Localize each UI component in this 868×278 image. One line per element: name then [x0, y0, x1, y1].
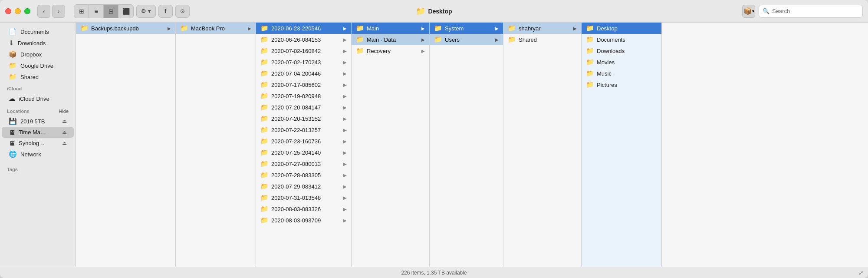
tags-section-label: Tags: [0, 163, 76, 174]
list-item[interactable]: 📁 2020-07-20-153152 ▶: [256, 113, 351, 124]
list-item[interactable]: 📁 2020-07-29-083412 ▶: [256, 181, 351, 192]
sidebar-item-dropbox[interactable]: 📦 Dropbox: [2, 49, 74, 60]
list-item[interactable]: 📁 2020-07-20-084147 ▶: [256, 102, 351, 113]
list-item[interactable]: 📁 2020-07-23-160736 ▶: [256, 136, 351, 147]
dropbox-btn[interactable]: 📦 ▾: [742, 5, 755, 18]
item-left: 📁 2020-07-02-160842: [260, 47, 321, 55]
google-drive-icon: 📁: [9, 62, 17, 70]
list-item[interactable]: 📁 Backups.backupdb ▶: [76, 23, 175, 34]
list-item[interactable]: 📁 Pictures: [582, 79, 661, 90]
list-item[interactable]: 📁 2020-07-28-083305 ▶: [256, 169, 351, 181]
list-item[interactable]: 📁 2020-07-31-013548 ▶: [256, 192, 351, 203]
icon-view-btn[interactable]: ⊞: [74, 5, 89, 18]
item-left: 📁 Movies: [586, 58, 615, 66]
close-button[interactable]: [5, 8, 11, 14]
chevron-right-icon: ▶: [343, 83, 347, 87]
list-item[interactable]: 📁 Documents: [582, 34, 661, 45]
list-item[interactable]: 📁 Movies: [582, 56, 661, 68]
folder-icon: 📁: [260, 81, 269, 89]
list-item[interactable]: 📁 Desktop: [582, 23, 661, 34]
list-item[interactable]: 📁 Music: [582, 68, 661, 79]
list-item[interactable]: 📁 2020-07-27-080013 ▶: [256, 158, 351, 169]
list-item[interactable]: 📁 2020-07-19-020948 ▶: [256, 90, 351, 102]
sidebar-item-documents[interactable]: 📄 Documents: [2, 26, 74, 37]
sidebar-label-downloads: Downloads: [18, 40, 46, 46]
folder-icon: 📁: [356, 47, 364, 55]
list-item[interactable]: 📁 Main ▶: [352, 23, 429, 34]
item-left: 📁 Desktop: [586, 24, 618, 32]
chevron-right-icon: ▶: [343, 60, 347, 65]
sidebar-item-downloads[interactable]: ⬇ Downloads: [2, 37, 74, 49]
minimize-button[interactable]: [15, 8, 21, 14]
eject-synology-icon[interactable]: ⏏: [62, 140, 67, 146]
list-item[interactable]: 📁 shahryar ▶: [503, 23, 581, 34]
list-item[interactable]: 📁 2020-07-04-200446 ▶: [256, 68, 351, 79]
search-input[interactable]: [772, 8, 859, 14]
chevron-right-icon: ▶: [495, 37, 499, 42]
list-item[interactable]: 📁 2020-06-23-220546 ▶: [256, 23, 351, 34]
item-label: 2020-08-03-083326: [271, 206, 321, 212]
list-item[interactable]: 📁 2020-08-03-083326 ▶: [256, 203, 351, 215]
list-item[interactable]: 📁 2020-08-03-093709 ▶: [256, 215, 351, 226]
link-btn[interactable]: ⊙: [175, 5, 190, 18]
folder-icon: 📁: [434, 24, 442, 32]
list-item[interactable]: 📁 2020-06-26-084153 ▶: [256, 34, 351, 45]
folder-icon: 📁: [260, 103, 269, 111]
sidebar-item-synology[interactable]: 🖥 Synolog… ⏏: [2, 138, 74, 149]
list-item[interactable]: 📁 2020-07-25-204140 ▶: [256, 147, 351, 158]
list-item[interactable]: 📁 2020-07-17-085602 ▶: [256, 79, 351, 90]
list-item[interactable]: 📁 Downloads: [582, 45, 661, 56]
item-label: 2020-07-02-160842: [271, 48, 321, 54]
share-btn[interactable]: ⬆: [158, 5, 173, 18]
list-item[interactable]: 📁 Recovery ▶: [352, 45, 429, 56]
list-item[interactable]: 📁 2020-07-02-160842 ▶: [256, 45, 351, 56]
folder-icon: 📁: [356, 36, 364, 43]
item-label: Recovery: [367, 48, 391, 54]
columns-area: 📁 Backups.backupdb ▶ 📁 MacBook Pro ▶: [76, 23, 868, 267]
item-left: 📁 shahryar: [508, 24, 541, 32]
item-left: 📁 Documents: [586, 36, 625, 43]
back-button[interactable]: ‹: [37, 5, 50, 18]
item-left: 📁 2020-07-28-083305: [260, 171, 321, 179]
list-item[interactable]: 📁 Main - Data ▶: [352, 34, 429, 45]
list-item[interactable]: 📁 2020-07-22-013257 ▶: [256, 124, 351, 136]
shared-sidebar-icon: 📁: [9, 73, 17, 81]
item-left: 📁 Main: [356, 24, 379, 32]
eject-timemachine-icon[interactable]: ⏏: [62, 129, 67, 136]
titlebar: ‹ › ⊞ ≡ ⊟ ⬛ ⚙ ▾ ⬆ ⊙ 📁 Desktop: [0, 0, 868, 23]
sidebar-item-icloud-drive[interactable]: ☁ iCloud Drive: [2, 93, 74, 104]
sidebar-item-time-machine[interactable]: 🖥 Time Ma… ⏏: [2, 127, 74, 138]
list-item[interactable]: 📁 2020-07-02-170243 ▶: [256, 56, 351, 68]
sidebar-item-network[interactable]: 🌐 Network: [2, 149, 74, 160]
column-view-btn[interactable]: ⊟: [104, 5, 118, 18]
item-label: Movies: [597, 59, 615, 66]
sidebar-item-google-drive[interactable]: 📁 Google Drive: [2, 60, 74, 71]
list-view-btn[interactable]: ≡: [89, 5, 104, 18]
title-folder-icon: 📁: [416, 7, 425, 16]
sidebar-item-shared[interactable]: 📁 Shared: [2, 71, 74, 83]
forward-button[interactable]: ›: [52, 5, 65, 18]
item-label: 2020-07-29-083412: [271, 183, 321, 190]
list-item[interactable]: 📁 Users ▶: [430, 34, 503, 45]
list-item[interactable]: 📁 MacBook Pro ▶: [176, 23, 256, 34]
action-dropdown-btn[interactable]: ⚙ ▾: [136, 5, 156, 18]
item-label: Backups.backupdb: [91, 25, 139, 32]
item-label: 2020-08-03-093709: [271, 217, 321, 224]
item-left: 📁 2020-07-20-084147: [260, 103, 321, 111]
sidebar-item-2019-5tb[interactable]: 💾 2019 5TB ⏏: [2, 116, 74, 127]
item-label: 2020-07-27-080013: [271, 161, 321, 167]
hide-locations-link[interactable]: Hide: [59, 109, 69, 114]
icloud-drive-icon: ☁: [9, 95, 15, 103]
share-icon: ⬆: [163, 8, 168, 14]
column-main: 📁 Main ▶ 📁 Main - Data ▶ 📁 Recovery: [352, 23, 430, 267]
eject-5tb-icon[interactable]: ⏏: [62, 118, 67, 124]
gallery-view-btn[interactable]: ⬛: [118, 5, 133, 18]
item-label: 2020-07-31-013548: [271, 195, 321, 201]
list-item[interactable]: 📁 System ▶: [430, 23, 503, 34]
list-item[interactable]: 📁 Shared: [503, 34, 581, 45]
sidebar-label-documents: Documents: [20, 29, 49, 35]
item-left: 📁 Music: [586, 70, 612, 77]
search-box[interactable]: 🔍: [759, 5, 863, 18]
column-dates: 📁 2020-06-23-220546 ▶ 📁 2020-06-26-08415…: [256, 23, 352, 267]
maximize-button[interactable]: [24, 8, 30, 14]
